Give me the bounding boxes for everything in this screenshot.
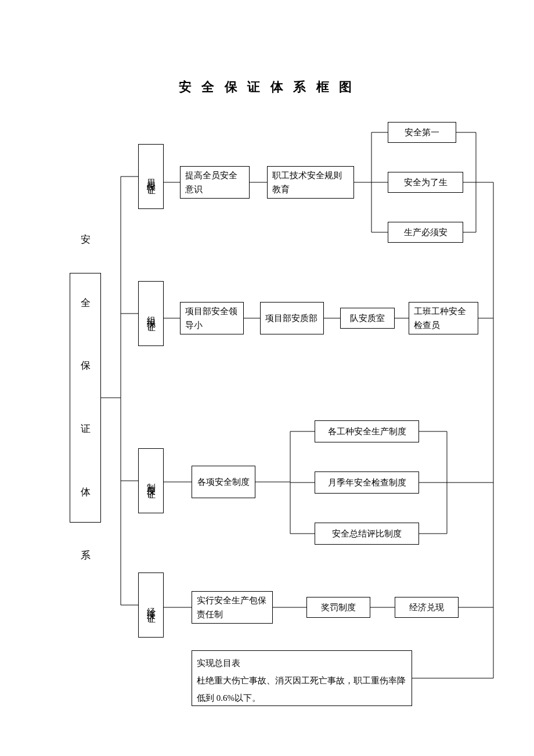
branch2-label: 组织保证 [140,309,163,318]
goal-box: 实现总目表 杜绝重大伤亡事故、消灭因工死亡事故，职工重伤率降低到 0.6%以下。 [192,650,412,706]
branch3-leaf2: 安全总结评比制度 [315,523,419,545]
branch4-n3: 经济兑现 [395,597,459,618]
root-box: 安 全 保 证 体 系 [70,273,101,523]
root-label: 安 全 保 证 体 系 [81,224,91,571]
branch2-n2: 项目部安质部 [260,302,324,334]
branch4-n1: 实行安全生产包保责任制 [192,591,273,624]
branch3-box: 制度保证 [138,448,164,513]
branch2-box: 组织保证 [138,281,164,346]
branch2-n1: 项目部安全领导小 [180,302,244,334]
branch3-leaf1: 月季年安全检查制度 [315,471,419,494]
branch1-leaf0: 安全第一 [388,122,456,143]
branch4-n2: 奖罚制度 [306,597,370,618]
branch1-n1: 提高全员安全意识 [180,166,250,199]
branch3-label: 制度保证 [140,476,163,485]
branch1-leaf2: 生产必须安 [388,222,463,243]
diagram-title: 安 全 保 证 体 系 框 图 [0,78,534,96]
branch3-n1: 各项安全制度 [192,466,255,498]
branch4-label: 经济保证 [140,600,163,610]
branch2-n3: 队安质室 [340,308,395,329]
branch4-box: 经济保证 [138,573,164,638]
branch2-n4: 工班工种安全检查员 [409,302,478,334]
branch1-label: 思想保证 [140,172,163,181]
branch3-leaf0: 各工种安全生产制度 [315,420,419,442]
branch1-leaf1: 安全为了生 [388,172,463,193]
branch1-box: 思想保证 [138,144,164,209]
branch1-n2: 职工技术安全规则教育 [267,166,354,199]
